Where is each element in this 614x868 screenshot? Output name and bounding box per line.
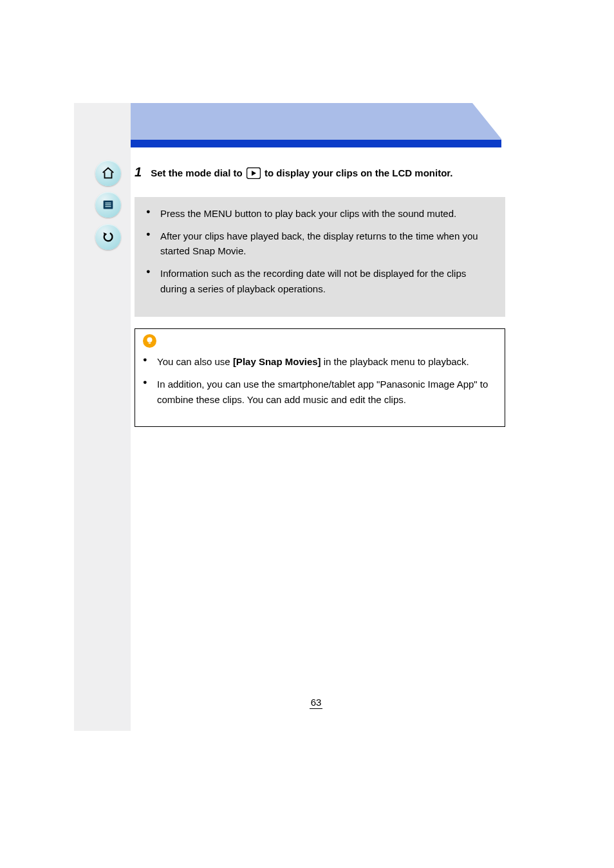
back-arrow-icon <box>101 230 115 244</box>
svg-rect-5 <box>149 343 151 344</box>
note-box: Press the MENU button to play back your … <box>135 197 505 317</box>
step-line: 1 Set the mode dial to to display your c… <box>135 163 495 184</box>
page-number: 63 <box>131 697 501 709</box>
list-icon <box>101 198 115 212</box>
bulb-icon <box>143 334 156 348</box>
home-button[interactable] <box>95 160 121 186</box>
body-text: 1 Set the mode dial to to display your c… <box>131 147 501 427</box>
tip-box: You can also use [Play Snap Movies] in t… <box>135 328 505 427</box>
note-item: Information such as the recording date w… <box>146 266 494 296</box>
header-banner <box>131 103 501 140</box>
note-item: Press the MENU button to play back your … <box>146 206 494 221</box>
back-button[interactable] <box>95 224 121 250</box>
tip-item: You can also use [Play Snap Movies] in t… <box>143 354 493 369</box>
play-icon <box>247 167 261 184</box>
home-icon <box>101 166 115 180</box>
note-item: After your clips have played back, the d… <box>146 229 494 259</box>
content-area: 1 Set the mode dial to to display your c… <box>131 103 521 731</box>
contents-button[interactable] <box>95 192 121 218</box>
header-underline <box>131 140 501 147</box>
tip-item: In addition, you can use the smartphone/… <box>143 377 493 407</box>
step-text: Set the mode dial to to display your cli… <box>151 165 495 184</box>
step-number: 1 <box>135 163 142 182</box>
